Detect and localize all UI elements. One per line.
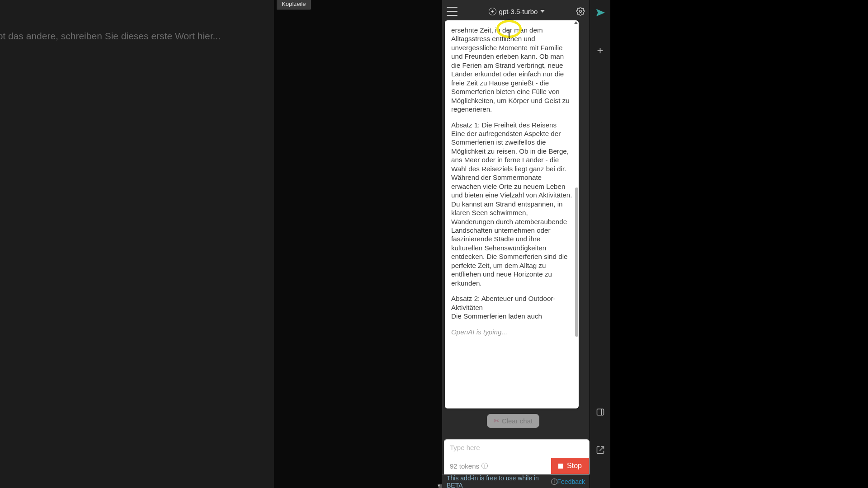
info-icon[interactable]: i bbox=[481, 463, 488, 469]
broom-icon: ✄ bbox=[494, 417, 499, 424]
openai-logo-icon: ✦ bbox=[489, 8, 496, 15]
chat-body: ersehnte Zeit, in der man dem Alltagsstr… bbox=[442, 20, 590, 488]
chat-panel: ✦ gpt-3.5-turbo ersehnte Zeit, in der ma… bbox=[442, 0, 590, 488]
model-name: gpt-3.5-turbo bbox=[499, 8, 538, 15]
plus-icon: + bbox=[597, 44, 603, 57]
scroll-up-arrow-icon[interactable] bbox=[574, 21, 578, 24]
content-control-placeholder[interactable]: ibt das andere, schreiben Sie dieses ers… bbox=[0, 31, 221, 42]
input-placeholder: Type here bbox=[450, 444, 584, 454]
assistant-message: ersehnte Zeit, in der man dem Alltagsstr… bbox=[445, 20, 579, 408]
add-button[interactable]: + bbox=[594, 44, 607, 57]
chat-input[interactable]: Type here 92 tokens i Stop bbox=[444, 439, 590, 474]
message-paragraph: Absatz 1: Die Freiheit des Reisens Eine … bbox=[451, 121, 572, 288]
typing-indicator: OpenAI is typing... bbox=[451, 328, 572, 336]
token-count-text: 92 tokens bbox=[450, 462, 479, 470]
beta-footer: This add-in is free to use while in BETA… bbox=[442, 474, 590, 488]
text-caret-icon bbox=[509, 31, 509, 39]
header-field-label[interactable]: Kopfzeile bbox=[277, 0, 311, 9]
scroll-down-arrow-icon[interactable]: ▾ bbox=[438, 483, 442, 488]
stop-label: Stop bbox=[567, 462, 582, 470]
document-page[interactable] bbox=[274, 0, 442, 488]
panel-toggle-icon[interactable] bbox=[594, 406, 607, 418]
token-counter: 92 tokens i bbox=[450, 462, 488, 470]
message-paragraph: Absatz 2: Abenteuer und Outdoor-Aktivitä… bbox=[451, 294, 572, 320]
chevron-down-icon bbox=[540, 10, 545, 13]
empty-area bbox=[610, 0, 868, 488]
doc-scrollbar[interactable] bbox=[439, 0, 442, 488]
svg-point-0 bbox=[580, 10, 582, 13]
panel-header: ✦ gpt-3.5-turbo bbox=[442, 2, 590, 20]
stop-icon bbox=[558, 464, 563, 469]
feedback-link[interactable]: Feedback bbox=[557, 478, 585, 485]
stop-button[interactable]: Stop bbox=[551, 458, 589, 474]
beta-message: This add-in is free to use while in BETA bbox=[447, 474, 549, 488]
message-paragraph: ersehnte Zeit, in der man dem Alltagsstr… bbox=[451, 26, 572, 114]
settings-icon[interactable] bbox=[576, 7, 585, 16]
clear-chat-button[interactable]: ✄ Clear chat bbox=[487, 414, 539, 428]
menu-icon[interactable] bbox=[447, 7, 458, 16]
document-area[interactable]: Kopfzeile ibt das andere, schreiben Sie … bbox=[0, 0, 442, 488]
message-scrollbar[interactable] bbox=[574, 20, 579, 408]
open-external-icon[interactable] bbox=[594, 444, 607, 456]
clear-chat-label: Clear chat bbox=[502, 417, 533, 425]
model-selector[interactable]: ✦ gpt-3.5-turbo bbox=[462, 8, 571, 15]
scrollbar-thumb[interactable] bbox=[575, 188, 578, 337]
info-icon[interactable]: i bbox=[551, 479, 557, 485]
message-content[interactable]: ersehnte Zeit, in der man dem Alltagsstr… bbox=[445, 20, 579, 408]
send-icon[interactable] bbox=[594, 6, 607, 19]
right-toolbar: + bbox=[590, 0, 610, 488]
svg-rect-1 bbox=[597, 409, 604, 415]
